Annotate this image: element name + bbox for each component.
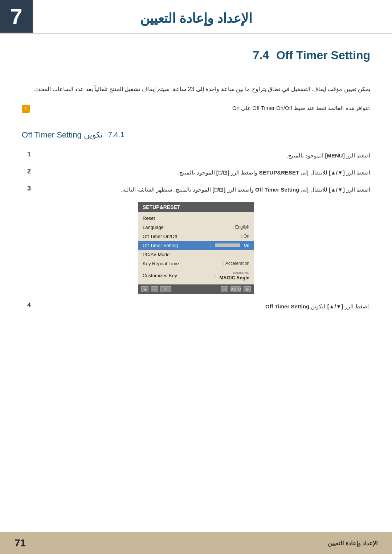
section-title-text: Off Timer Setting <box>276 49 370 62</box>
step-2-text: اضغط الزر [▼/▲] للانتقال إلى SETUP&RESET… <box>36 168 370 177</box>
step-4-number: 4 <box>22 301 31 309</box>
menu-offtimer-onoff-value: : On <box>241 234 249 239</box>
menu-offtimer-setting-label: Off Timer Setting <box>143 243 210 248</box>
menu-keyrepeat-value: : Acceleration <box>223 261 249 266</box>
menu-item-reset: Reset <box>138 214 254 223</box>
menu-item-keyrepeat: Key Repeat Time : Acceleration <box>138 259 254 268</box>
menu-title: SETUP&RESET <box>138 202 254 212</box>
menu-offtimer-onoff-label: Off Timer On/Off <box>143 234 241 239</box>
menu-language-value: : English <box>233 225 249 230</box>
menu-item-offtimer-setting: Off Timer Setting : On <box>138 241 254 250</box>
step-4: .اضغط الزر [▼/▲] لتكوين Off Timer Settin… <box>22 301 370 311</box>
page-footer: الإعداد وإعادة التعيين 71 <box>0 532 392 554</box>
subsection-title-text: تكوين Off Timer Setting <box>22 130 103 140</box>
step-3-text: اضغط الزر [▼/▲] للانتقال إلى Off Timer S… <box>36 185 370 194</box>
nav-auto-icon: AUTO <box>230 286 241 292</box>
menu-item-customized: Customized Key : SAMSUNG MAGIC Angle <box>138 268 254 283</box>
page-header: 7 الإعداد وإعادة التعيين <box>0 0 392 34</box>
note-icon: ! <box>22 105 30 113</box>
step-1-text: اضغط الزر [MENU] الموجود بالمنتج. <box>36 151 370 160</box>
note-text: .تتوافر هذه القائمة فقط عند ضبط Off Time… <box>33 105 370 111</box>
section-divider <box>22 73 370 73</box>
step-2-number: 2 <box>22 168 31 175</box>
slider-label: On <box>244 243 249 247</box>
nav-minus-icon: — <box>151 286 158 292</box>
step-1: اضغط الزر [MENU] الموجود بالمنتج. 1 <box>22 151 370 160</box>
right-nav-icons: ↵ AUTO ⚙ <box>221 286 251 292</box>
note-box: .تتوافر هذه القائمة فقط عند ضبط Off Time… <box>22 102 370 116</box>
menu-reset-label: Reset <box>143 216 249 221</box>
nav-enter-icon: ↵ <box>221 286 228 292</box>
footer-chapter-label: الإعداد وإعادة التعيين <box>328 540 377 547</box>
subsection-number: 7.4.1 <box>108 131 124 139</box>
menu-customized-value: : SAMSUNG MAGIC Angle <box>215 270 249 282</box>
step-3-number: 3 <box>22 185 31 192</box>
main-content: 7.4 Off Timer Setting يمكن تعيين مؤقت إي… <box>0 34 392 333</box>
menu-offtimer-setting-value: : On <box>210 243 249 248</box>
menu-items-list: Reset Language : English Off Timer On/Of… <box>138 212 254 285</box>
menu-language-label: Language <box>143 225 233 230</box>
header-title: الإعداد وإعادة التعيين <box>140 11 252 26</box>
menu-item-language: Language : English <box>138 223 254 232</box>
slider-bar <box>215 243 240 247</box>
section-number: 7.4 <box>253 49 269 62</box>
menu-keyrepeat-label: Key Repeat Time <box>143 261 223 266</box>
menu-nav-bar: ◄ — + ↵ AUTO ⚙ <box>138 284 254 294</box>
step-1-number: 1 <box>22 151 31 158</box>
menu-screenshot: SETUP&RESET Reset Language : English Off… <box>138 202 254 295</box>
step-2: اضغط الزر [▼/▲] للانتقال إلى SETUP&RESET… <box>22 168 370 177</box>
left-nav-icons: ◄ — + <box>141 286 171 292</box>
menu-pcav-label: PC/AV Mode <box>143 252 249 257</box>
samsung-magic-text: SAMSUNG MAGIC Angle <box>219 270 249 282</box>
footer-page-number: 71 <box>15 537 26 549</box>
menu-item-offtimer-onoff: Off Timer On/Off : On <box>138 232 254 241</box>
section-title: 7.4 Off Timer Setting <box>22 49 370 62</box>
nav-gear-icon: ⚙ <box>244 286 251 292</box>
step-4-text: .اضغط الزر [▼/▲] لتكوين Off Timer Settin… <box>36 301 370 311</box>
menu-customized-label: Customized Key <box>143 273 215 278</box>
subsection-title: 7.4.1 تكوين Off Timer Setting <box>22 130 370 140</box>
nav-plus-icon: + <box>160 286 171 292</box>
intro-text: يمكن تعيين مؤقت إيقاف التشغيل في نطاق يت… <box>22 84 370 95</box>
nav-left-icon: ◄ <box>141 286 148 292</box>
chapter-number: 7 <box>0 0 33 33</box>
menu-item-pcav: PC/AV Mode <box>138 250 254 259</box>
step-3: اضغط الزر [▼/▲] للانتقال إلى Off Timer S… <box>22 185 370 194</box>
